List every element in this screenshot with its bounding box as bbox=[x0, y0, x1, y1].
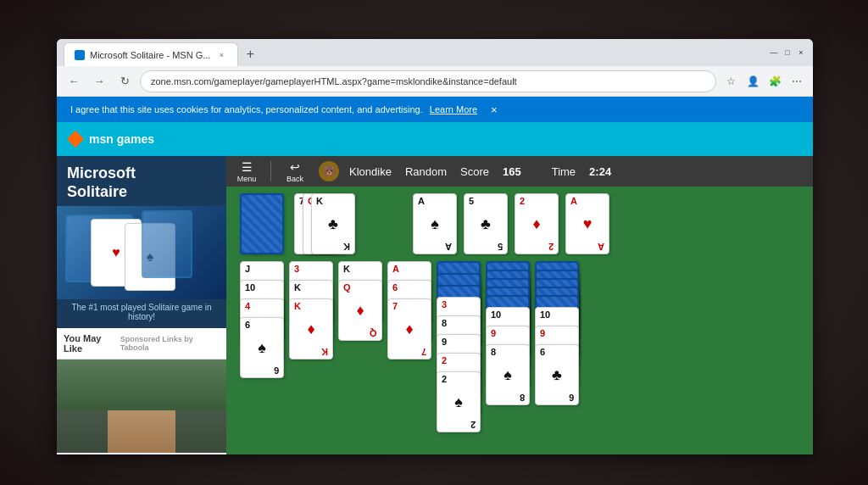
tableau-pile-6: 10 ♠ 10 9 ♦ 9 8 ♠ 8 bbox=[486, 261, 530, 454]
stock-pile[interactable] bbox=[240, 193, 284, 254]
new-tab-button[interactable]: + bbox=[238, 42, 262, 66]
foundation-diamonds[interactable]: 2 ♦ 2 bbox=[515, 193, 559, 254]
tableau-3-card-2[interactable]: Q ♦ Q bbox=[338, 280, 382, 341]
tableau-4-card-3[interactable]: 7 ♦ 7 bbox=[387, 298, 431, 360]
ad-image[interactable] bbox=[57, 360, 226, 453]
top-row: 7 ♣ 7 Q ♦ Q K ♣ K bbox=[233, 193, 806, 254]
cookie-text: I agree that this site uses cookies for … bbox=[70, 104, 423, 114]
menu-icon: ☰ bbox=[242, 160, 253, 174]
tableau-5-card-5[interactable]: 2 ♠ 2 bbox=[437, 371, 481, 432]
active-tab[interactable]: Microsoft Solitaire - MSN G... × bbox=[64, 42, 238, 66]
time-label: Time bbox=[552, 165, 576, 178]
reload-button[interactable]: ↻ bbox=[114, 71, 135, 92]
cookie-learn-more[interactable]: Learn More bbox=[430, 104, 477, 114]
tableau-pile-5: 3 ♥ 3 8 ♣ 8 9 ♠ 9 bbox=[437, 261, 481, 454]
close-button[interactable]: × bbox=[796, 47, 806, 58]
bookmark-icon[interactable]: ☆ bbox=[721, 72, 740, 91]
cookie-close-btn[interactable]: × bbox=[491, 103, 498, 116]
sidebar-tagline: The #1 most played Solitaire game in his… bbox=[57, 299, 226, 328]
bear-icon: 🐻 bbox=[319, 161, 339, 181]
title-bar: Microsoft Solitaire - MSN G... × + — □ × bbox=[57, 39, 813, 66]
game-title: MicrosoftSolitaire bbox=[57, 156, 226, 206]
menu-label: Menu bbox=[237, 175, 257, 183]
game-area: ☰ Menu ↩ Back 🐻 Klondike Random Score 16… bbox=[226, 156, 813, 454]
you-may-like-section: You May Like Sponsored Links by Taboola … bbox=[57, 328, 226, 454]
back-game-button[interactable]: ↩ Back bbox=[281, 160, 309, 183]
sidebar: MicrosoftSolitaire ♥ ♠ The #1 most playe… bbox=[57, 156, 226, 454]
foundation-spades[interactable]: A ♠ A bbox=[413, 193, 457, 254]
menu-button[interactable]: ☰ Menu bbox=[233, 160, 260, 183]
game-toolbar: ☰ Menu ↩ Back 🐻 Klondike Random Score 16… bbox=[226, 156, 813, 187]
window-controls: — □ × bbox=[769, 47, 806, 58]
tableau-pile-3: K ♠ K Q ♦ Q bbox=[338, 261, 382, 431]
tableau-pile-7: 10 ♣ 10 9 ♥ 9 6 ♣ 6 bbox=[535, 261, 579, 454]
back-label: Back bbox=[287, 175, 303, 183]
you-may-like-header: You May Like Sponsored Links by Taboola bbox=[57, 328, 226, 360]
url-input[interactable]: zone.msn.com/gameplayer/gameplayerHTML.a… bbox=[140, 70, 716, 92]
sponsored-label: Sponsored Links by Taboola bbox=[120, 335, 220, 352]
tableau-7-card-3[interactable]: 6 ♣ 6 bbox=[535, 344, 579, 405]
forward-button[interactable]: → bbox=[89, 71, 109, 92]
score-value: 165 bbox=[503, 165, 521, 178]
you-may-like-label: You May Like bbox=[64, 333, 120, 354]
msn-logo[interactable]: msn games bbox=[67, 131, 154, 148]
tableau-1-card-4[interactable]: 6 ♠ 6 bbox=[240, 317, 284, 378]
game-info: Klondike Random Score 165 Time 2:24 bbox=[349, 165, 611, 178]
tableau-pile-4: A ♦ A 6 ♦ 6 7 ♦ 7 bbox=[387, 261, 431, 431]
main-content: MicrosoftSolitaire ♥ ♠ The #1 most playe… bbox=[57, 156, 813, 454]
tab-area: Microsoft Solitaire - MSN G... × + bbox=[64, 39, 759, 66]
tab-favicon bbox=[75, 50, 85, 60]
menu-dots-icon[interactable]: ⋯ bbox=[787, 72, 806, 91]
back-button[interactable]: ← bbox=[64, 71, 84, 92]
tab-label: Microsoft Solitaire - MSN G... bbox=[90, 50, 210, 60]
waste-card-3[interactable]: K ♣ K bbox=[311, 193, 355, 254]
profile-icon[interactable]: 👤 bbox=[743, 72, 762, 91]
extension-icon[interactable]: 🧩 bbox=[765, 72, 784, 91]
waste-pile: 7 ♣ 7 Q ♦ Q K ♣ K bbox=[294, 193, 338, 254]
bottom-row: J ♣ J 10 ♣ 10 4 ♦ 4 bbox=[233, 261, 806, 454]
tableau-pile-2: 3 ♦ 3 K ♠ K K ♦ K bbox=[289, 261, 333, 431]
time-value: 2:24 bbox=[589, 165, 611, 178]
random-label[interactable]: Random bbox=[405, 165, 447, 178]
back-game-icon: ↩ bbox=[290, 160, 300, 174]
tableau-6-card-3[interactable]: 8 ♠ 8 bbox=[486, 344, 530, 405]
msn-butterfly-icon bbox=[67, 131, 84, 148]
toolbar-divider-1 bbox=[270, 161, 271, 181]
minimize-button[interactable]: — bbox=[769, 47, 779, 58]
address-icons: ☆ 👤 🧩 ⋯ bbox=[721, 72, 806, 91]
maximize-button[interactable]: □ bbox=[782, 47, 793, 58]
ad-title[interactable]: Remember Him? Wait 'Till You See Him Now bbox=[57, 453, 226, 454]
game-name: Klondike bbox=[349, 165, 392, 178]
url-text: zone.msn.com/gameplayer/gameplayerHTML.a… bbox=[151, 76, 517, 86]
game-image: ♥ ♠ bbox=[57, 206, 226, 299]
tableau-pile-1: J ♣ J 10 ♣ 10 4 ♦ 4 bbox=[240, 261, 284, 431]
address-bar: ← → ↻ zone.msn.com/gameplayer/gameplayer… bbox=[57, 66, 813, 97]
tab-close-btn[interactable]: × bbox=[215, 49, 227, 61]
tableau-2-card-3[interactable]: K ♦ K bbox=[289, 298, 333, 360]
msn-logo-text: msn games bbox=[89, 132, 154, 146]
foundation-clubs[interactable]: 5 ♣ 5 bbox=[464, 193, 508, 254]
score-label: Score bbox=[460, 165, 489, 178]
msn-header: msn games bbox=[57, 122, 813, 156]
browser-window: Microsoft Solitaire - MSN G... × + — □ ×… bbox=[57, 39, 813, 454]
card-game: 7 ♣ 7 Q ♦ Q K ♣ K bbox=[226, 187, 813, 454]
foundation-hearts[interactable]: A ♥ A bbox=[565, 193, 609, 254]
cookie-banner: I agree that this site uses cookies for … bbox=[57, 97, 813, 122]
